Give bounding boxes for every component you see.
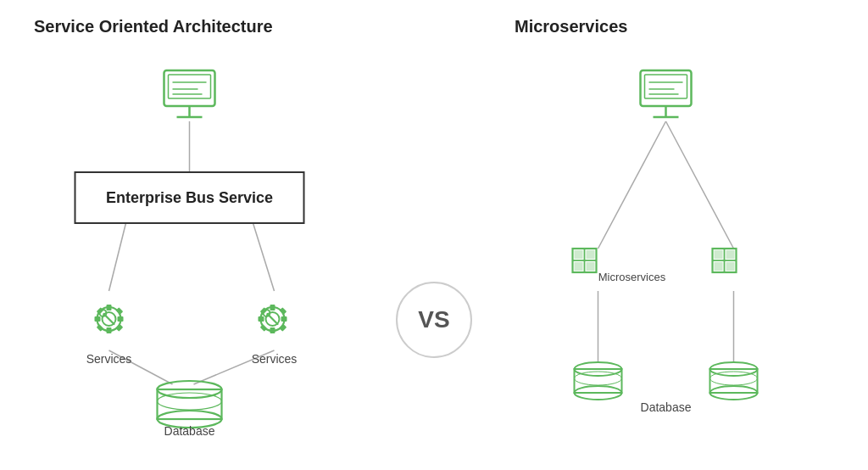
svg-rect-62 [587, 262, 595, 271]
svg-rect-34 [280, 307, 287, 314]
ms-side: Microservices [472, 17, 860, 453]
svg-rect-61 [575, 262, 583, 271]
soa-title: Service Oriented Architecture [8, 17, 273, 36]
svg-text:Database: Database [164, 424, 215, 435]
svg-text:Services: Services [86, 352, 132, 366]
ms-diagram: Microservices D [472, 45, 860, 435]
svg-line-2 [253, 223, 275, 291]
svg-rect-17 [107, 327, 112, 333]
svg-line-46 [666, 121, 734, 249]
svg-point-74 [575, 372, 622, 385]
svg-text:Microservices: Microservices [598, 271, 666, 283]
svg-rect-19 [118, 316, 124, 322]
svg-point-79 [710, 372, 758, 385]
svg-rect-68 [726, 250, 735, 259]
svg-text:Enterprise Bus Service: Enterprise Bus Service [106, 189, 273, 206]
svg-rect-49 [641, 70, 692, 106]
svg-text:Database: Database [641, 400, 692, 414]
svg-rect-67 [715, 250, 723, 259]
svg-rect-6 [169, 75, 211, 98]
svg-rect-70 [726, 262, 735, 271]
svg-rect-69 [715, 262, 723, 271]
svg-rect-31 [259, 316, 264, 322]
svg-rect-5 [164, 70, 215, 106]
svg-rect-16 [107, 305, 112, 311]
svg-rect-41 [158, 389, 222, 419]
vs-circle: VS [396, 282, 472, 358]
svg-line-45 [598, 121, 666, 249]
svg-rect-50 [645, 75, 687, 98]
svg-rect-29 [270, 305, 275, 311]
svg-rect-21 [116, 307, 123, 314]
svg-rect-30 [270, 327, 275, 333]
diagram-container: Service Oriented Architecture [0, 0, 868, 470]
svg-rect-32 [281, 316, 287, 322]
ms-title: Microservices [472, 17, 627, 36]
svg-rect-22 [97, 324, 103, 331]
soa-diagram: Enterprise Bus Service [8, 45, 396, 435]
svg-point-43 [158, 393, 222, 410]
svg-rect-23 [116, 324, 123, 331]
svg-text:Services: Services [252, 352, 298, 366]
svg-rect-72 [575, 369, 622, 393]
svg-line-1 [109, 223, 126, 291]
svg-rect-18 [95, 316, 101, 322]
svg-rect-35 [260, 324, 267, 331]
svg-rect-77 [710, 369, 758, 393]
soa-side: Service Oriented Architecture [8, 17, 396, 453]
svg-rect-60 [587, 250, 595, 259]
svg-rect-59 [575, 250, 583, 259]
svg-rect-36 [280, 324, 287, 331]
